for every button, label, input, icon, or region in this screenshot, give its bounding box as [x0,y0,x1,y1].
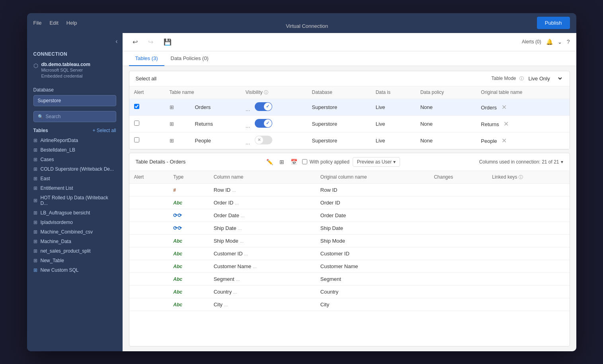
list-item[interactable]: ⊞COLD Superstore (Writeback De... [27,164,123,174]
visibility-info-icon[interactable]: ⓘ [264,90,268,95]
type-icon-abc: Abc [173,238,182,244]
preview-button[interactable]: Preview as User ▾ [353,157,400,167]
search-icon: 🔍 [38,114,43,119]
toolbar-chevron[interactable]: ⌄ [558,39,562,45]
tables-panel: Select all Table Mode ⓘ Live Only Extrac… [129,71,570,150]
list-item[interactable]: ⊞Machine_Combined_csv [27,227,123,237]
detail-col-original: Original column name [316,171,429,184]
col-dots[interactable]: ... [236,276,240,282]
collapse-button[interactable]: ‹ [27,38,123,48]
database-orders: Superstore [307,99,371,115]
alerts-text[interactable]: Alerts (0) [522,39,541,45]
original-name-returns: Returns [481,121,499,127]
with-policy-label[interactable]: With policy applied [302,159,349,165]
database-select[interactable]: Superstore [33,95,116,106]
select-all-button[interactable]: Select all [136,76,157,82]
linked-keys-info-icon[interactable]: ⓘ [519,175,523,179]
col-dots[interactable]: ... [238,226,242,231]
visibility-toggle-orders[interactable] [255,102,272,111]
connection-name[interactable]: db.demo.tableau.com [41,62,90,67]
table-icon: ⊞ [33,138,37,143]
select-all-link[interactable]: + Select all [92,128,116,133]
redo-button[interactable]: ↪ [144,36,157,48]
dots-orders[interactable]: ... [246,106,250,112]
menu-file[interactable]: File [33,20,42,26]
dots-returns[interactable]: ... [246,123,250,129]
remove-people-button[interactable]: ✕ [502,137,507,144]
col-dots[interactable]: ... [244,251,248,257]
details-header: Table Details - Orders ✏️ ⊞ 📅 With polic… [129,153,570,171]
tab-tables[interactable]: Tables (3) [129,51,164,66]
list-item[interactable]: ⊞Cases [27,155,123,164]
details-table: Alert Type Column name Original column n… [129,171,570,311]
col-dots[interactable]: ... [235,200,239,206]
save-button[interactable]: 💾 [160,36,175,48]
col-dots[interactable]: ... [241,213,245,218]
toolbar-left: ↩ ↪ 💾 [129,36,175,48]
tab-policies[interactable]: Data Policies (0) [164,51,215,66]
detail-col-column-name: Column name [209,171,316,184]
detail-row: Abc City ... City [129,298,570,311]
type-icon-cal: ⟳⟳ [173,212,182,218]
list-item[interactable]: ⊞net_sales_product_split [27,246,123,256]
table-mode-section: Table Mode ⓘ Live Only Extract Only Mixe… [491,75,563,82]
table-name-people: People [195,138,211,144]
type-icon-abc: Abc [173,264,182,269]
list-item[interactable]: ⊞LB_Auftragsue bersicht [27,208,123,218]
edit-icon[interactable]: ✏️ [265,157,275,167]
database-section: Database Superstore [27,82,123,109]
list-item[interactable]: ⊞Bestelldaten_LB [27,145,123,155]
columns-info-chevron[interactable]: ▾ [561,159,563,165]
row-checkbox-returns[interactable] [134,121,139,126]
col-dots[interactable]: ... [233,289,237,295]
table-mode-select[interactable]: Live Only Extract Only Mixed [527,75,563,82]
type-icon-abc: Abc [173,200,182,206]
type-icon-abc: Abc [173,289,182,295]
list-item-custom-sql[interactable]: ⊞New Custom SQL [27,265,123,275]
col-dots[interactable]: ... [253,264,257,269]
remove-orders-button[interactable]: ✕ [502,104,507,111]
table-mode-info-icon[interactable]: ⓘ [519,76,524,82]
list-item[interactable]: ⊞AirlineReportData [27,136,123,145]
connection-section-label: Connection [27,48,123,58]
row-checkbox-people[interactable] [134,137,139,142]
tables-header: Tables + Select all [27,125,123,136]
list-item[interactable]: ⊞New_Table [27,256,123,265]
menu-edit[interactable]: Edit [49,20,58,26]
list-item[interactable]: ⊞Entitlement List [27,183,123,193]
col-table-name: Table name [165,86,241,99]
original-name-people: People [481,138,497,144]
visibility-toggle-returns[interactable] [255,119,272,128]
database-label: Database [33,87,116,93]
detail-row: # Row ID ... Row ID [129,183,570,196]
table-icon: ⊞ [33,198,37,203]
dots-people[interactable]: ... [246,139,250,146]
visibility-toggle-people[interactable] [255,136,272,144]
bell-icon[interactable]: 🔔 [546,39,553,45]
publish-button[interactable]: Publish [537,17,570,29]
help-icon[interactable]: ? [567,39,570,45]
table-row-orders[interactable]: ⊞ Orders ... Superstore Live None Orders [129,99,570,115]
app-window: File Edit Help Virtual Connection Publis… [27,13,576,351]
data-policy-returns: None [416,115,476,132]
bottom-spacing [123,346,576,351]
list-item[interactable]: ⊞Machine_Data [27,237,123,246]
list-item-east[interactable]: ⊞East [27,174,123,183]
table-row-people[interactable]: ⊞ People ... Superstore Live None People [129,132,570,149]
table-name-orders: Orders [195,104,211,110]
with-policy-checkbox[interactable] [302,159,307,164]
main-layout: ‹ Connection ⬡ db.demo.tableau.com Micro… [27,33,576,351]
col-dots[interactable]: ... [232,187,236,193]
table-row-returns[interactable]: ⊞ Returns ... Superstore Live None Retur… [129,115,570,132]
undo-button[interactable]: ↩ [129,36,141,48]
menu-help[interactable]: Help [66,20,77,26]
list-item[interactable]: ⊞HOT Rolled Up Data (Writeback D... [27,193,123,208]
row-checkbox-orders[interactable] [134,104,139,109]
col-dots[interactable]: ... [224,302,228,308]
col-dots[interactable]: ... [240,238,244,244]
remove-returns-button[interactable]: ✕ [503,121,509,127]
list-item[interactable]: ⊞Ipladvisordemo [27,218,123,227]
calendar-icon[interactable]: 📅 [289,157,299,167]
grid-icon[interactable]: ⊞ [278,157,286,167]
search-box[interactable]: 🔍 Search [33,111,116,122]
